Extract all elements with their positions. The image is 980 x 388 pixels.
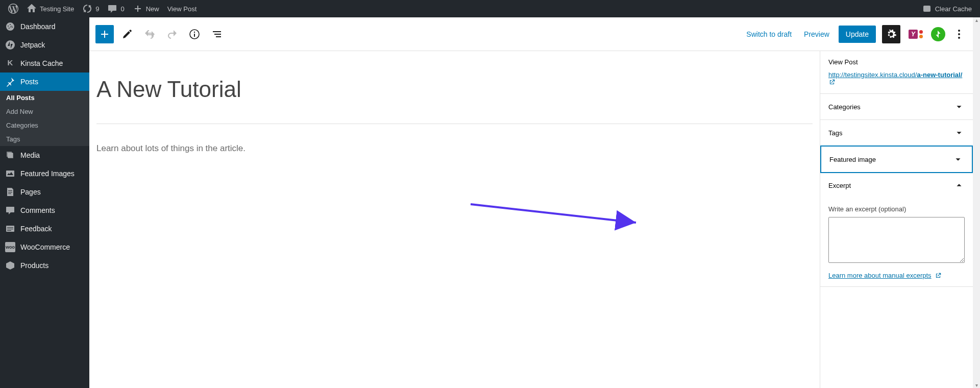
chevron-down-icon: [953, 127, 965, 138]
tools-button[interactable]: [118, 25, 136, 43]
new-label: New: [146, 5, 159, 13]
excerpt-panel-toggle[interactable]: Excerpt: [820, 173, 973, 198]
editor-toolbar: Switch to draft Preview Update Y: [89, 17, 973, 51]
external-link-icon: [828, 79, 836, 86]
svg-point-1: [6, 40, 15, 50]
clear-cache-link[interactable]: Clear Cache: [918, 0, 976, 17]
editor-canvas[interactable]: A New Tutorial Learn about lots of thing…: [89, 51, 820, 388]
block-editor: Switch to draft Preview Update Y: [89, 17, 973, 388]
wordpress-icon: [8, 4, 18, 14]
svg-rect-0: [923, 6, 930, 12]
sidebar-item-pages[interactable]: Pages: [0, 183, 89, 201]
excerpt-field-label: Write an excerpt (optional): [828, 205, 965, 213]
window-scrollbar[interactable]: ▴ ▾: [973, 17, 980, 388]
excerpt-panel-body: Write an excerpt (optional) Learn more a…: [820, 198, 973, 287]
outline-button[interactable]: [208, 25, 226, 43]
switch-to-draft-button[interactable]: Switch to draft: [743, 26, 795, 42]
sidebar-item-woocommerce[interactable]: woo WooCommerce: [0, 238, 89, 256]
sidebar-item-comments[interactable]: Comments: [0, 201, 89, 220]
home-icon: [27, 4, 37, 14]
undo-button[interactable]: [140, 25, 159, 43]
chevron-down-icon: [952, 154, 964, 165]
pages-icon: [5, 187, 15, 197]
view-post-link[interactable]: View Post: [163, 0, 201, 17]
add-block-button[interactable]: [95, 25, 114, 43]
update-icon: [82, 4, 92, 14]
title-divider: [96, 124, 813, 124]
media-icon: [5, 150, 15, 160]
pin-icon: [5, 77, 15, 87]
cache-icon: [922, 4, 932, 14]
site-name-link[interactable]: Testing Site: [22, 0, 78, 17]
sidebar-item-featured-images[interactable]: Featured Images: [0, 164, 89, 183]
products-icon: [5, 260, 15, 271]
updates-link[interactable]: 9: [78, 0, 103, 17]
settings-toggle-button[interactable]: [882, 25, 900, 43]
external-link-icon: [935, 272, 942, 279]
redo-icon: [166, 28, 178, 40]
woo-icon: woo: [5, 242, 15, 252]
sidebar-item-products[interactable]: Products: [0, 256, 89, 275]
svg-point-5: [194, 31, 195, 32]
admin-bar: Testing Site 9 0 New View Post Clear Cac…: [0, 0, 980, 17]
preview-button[interactable]: Preview: [801, 26, 832, 42]
update-count: 9: [95, 5, 99, 13]
sidebar-item-jetpack[interactable]: Jetpack: [0, 36, 89, 54]
undo-icon: [143, 28, 156, 40]
submenu-categories[interactable]: Categories: [0, 118, 89, 132]
jetpack-button[interactable]: [931, 27, 945, 41]
permalink-section: View Post http://testingsitex.kinsta.clo…: [820, 51, 973, 94]
post-title[interactable]: A New Tutorial: [96, 77, 813, 102]
learn-more-link[interactable]: Learn more about manual excerpts: [828, 272, 942, 279]
permalink-link[interactable]: http://testingsitex.kinsta.cloud/a-new-t…: [828, 71, 962, 79]
settings-sidebar: View Post http://testingsitex.kinsta.clo…: [820, 51, 973, 388]
info-button[interactable]: [185, 25, 204, 43]
jetpack-icon: [5, 40, 15, 50]
wp-logo-menu[interactable]: [4, 0, 22, 17]
new-content-link[interactable]: New: [129, 0, 163, 17]
chevron-up-icon: [953, 180, 965, 191]
bolt-icon: [934, 30, 943, 39]
pencil-icon: [121, 28, 133, 40]
submenu-add-new[interactable]: Add New: [0, 105, 89, 118]
kinsta-icon: K: [5, 58, 15, 68]
redo-button[interactable]: [163, 25, 181, 43]
info-icon: [188, 28, 201, 40]
featured-image-panel-toggle[interactable]: Featured image: [820, 146, 973, 173]
tags-panel-toggle[interactable]: Tags: [820, 120, 973, 146]
feedback-icon: [5, 224, 15, 234]
list-view-icon: [211, 28, 223, 40]
plus-icon: [133, 4, 143, 14]
sidebar-item-media[interactable]: Media: [0, 146, 89, 164]
excerpt-textarea[interactable]: [828, 217, 965, 263]
update-button[interactable]: Update: [839, 26, 876, 43]
comments-icon: [5, 205, 15, 215]
more-options-button[interactable]: [951, 25, 967, 43]
yoast-score-icon: [919, 30, 923, 38]
images-icon: [5, 168, 15, 179]
svg-rect-6: [194, 34, 195, 37]
comment-icon: [107, 4, 117, 14]
gear-icon: [886, 29, 897, 40]
categories-panel-toggle[interactable]: Categories: [820, 94, 973, 120]
chevron-down-icon: [953, 101, 965, 112]
comments-link[interactable]: 0: [103, 0, 128, 17]
comment-count: 0: [120, 5, 124, 13]
yoast-button[interactable]: Y: [906, 25, 925, 43]
view-post-heading: View Post: [828, 58, 965, 66]
sidebar-item-posts[interactable]: Posts: [0, 72, 89, 91]
submenu-tags[interactable]: Tags: [0, 132, 89, 146]
posts-submenu: All Posts Add New Categories Tags: [0, 91, 89, 146]
submenu-all-posts[interactable]: All Posts: [0, 91, 89, 105]
site-name: Testing Site: [40, 5, 74, 13]
sidebar-item-kinsta-cache[interactable]: K Kinsta Cache: [0, 54, 89, 72]
sidebar-item-feedback[interactable]: Feedback: [0, 220, 89, 238]
post-content-block[interactable]: Learn about lots of things in the articl…: [96, 143, 813, 154]
dashboard-icon: [5, 21, 15, 32]
admin-sidebar: Dashboard Jetpack K Kinsta Cache Posts A…: [0, 17, 89, 388]
yoast-icon: Y: [909, 30, 918, 39]
sidebar-item-dashboard[interactable]: Dashboard: [0, 17, 89, 36]
plus-icon: [99, 28, 111, 40]
